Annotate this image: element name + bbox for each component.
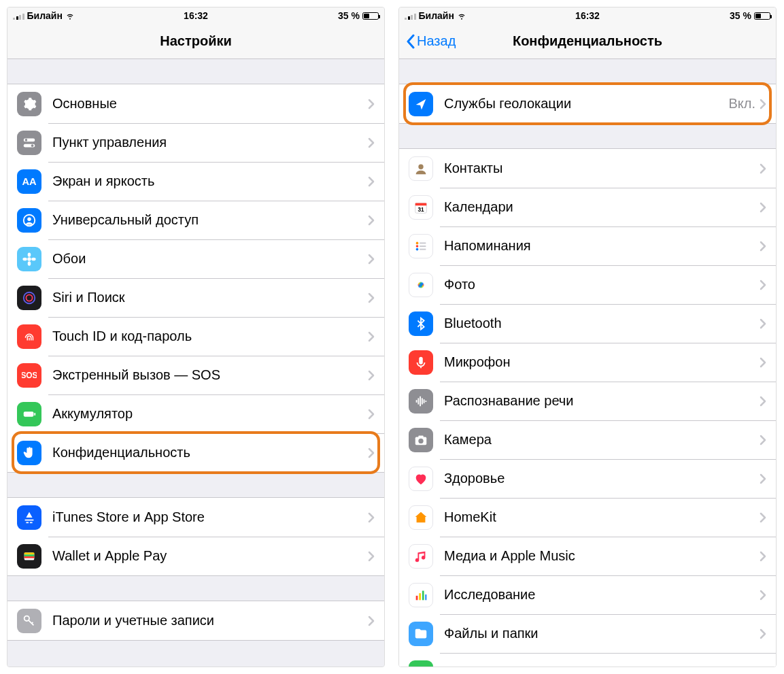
row-battery[interactable]: Аккумулятор [7, 394, 384, 433]
chevron-right-icon [368, 176, 375, 187]
home-icon [409, 505, 433, 530]
chevron-left-icon [406, 34, 415, 49]
row-touchid[interactable]: Touch ID и код-пароль [7, 317, 384, 356]
chevron-right-icon [760, 628, 766, 639]
gear-icon [17, 92, 41, 116]
row-label: Напоминания [444, 238, 760, 254]
row-photos[interactable]: Фото [399, 265, 776, 304]
svg-text:AA: AA [22, 175, 37, 186]
music-icon [409, 544, 433, 569]
row-location[interactable]: Службы геолокацииВкл. [399, 84, 776, 123]
row-calendars[interactable]: 31Календари [399, 188, 776, 226]
back-button[interactable]: Назад [402, 24, 460, 58]
privacy-screen: Билайн 16:32 35 % Назад Конфиденциальнос… [398, 7, 777, 667]
chevron-right-icon [760, 590, 766, 601]
chevron-right-icon [760, 512, 766, 523]
sos-icon: SOS [17, 363, 41, 388]
flower-icon [17, 247, 41, 271]
svg-rect-16 [34, 413, 35, 416]
row-siri[interactable]: Siri и Поиск [7, 278, 384, 317]
nav-bar: Настройки [7, 24, 384, 59]
row-label: Исследование [444, 587, 760, 603]
chevron-right-icon [368, 292, 375, 303]
row-display[interactable]: AAЭкран и яркость [7, 162, 384, 201]
svg-rect-36 [419, 356, 423, 364]
svg-point-3 [31, 144, 34, 147]
svg-point-44 [418, 438, 423, 443]
svg-rect-49 [425, 594, 426, 600]
row-accessibility[interactable]: Универсальный доступ [7, 201, 384, 239]
svg-point-12 [24, 292, 35, 303]
row-label: iTunes Store и App Store [52, 509, 368, 525]
svg-point-13 [26, 294, 32, 301]
row-privacy[interactable]: Конфиденциальность [7, 433, 384, 472]
svg-point-11 [31, 257, 35, 260]
svg-text:31: 31 [417, 206, 424, 212]
row-label: Файлы и папки [444, 626, 760, 641]
row-value: Вкл. [728, 96, 755, 112]
chevron-right-icon [368, 616, 375, 626]
row-label: Пароли и учетные записи [52, 613, 368, 628]
row-label: Обои [52, 251, 368, 267]
row-label: Универсальный доступ [52, 212, 368, 228]
chevron-right-icon [368, 409, 375, 420]
row-label: Контакты [444, 161, 760, 176]
waveform-icon [409, 389, 433, 414]
contacts-icon [409, 156, 433, 181]
chevron-right-icon [760, 473, 766, 484]
row-contacts[interactable]: Контакты [399, 149, 776, 188]
svg-point-26 [416, 241, 419, 244]
row-homekit[interactable]: HomeKit [399, 498, 776, 537]
svg-rect-24 [415, 203, 427, 205]
row-general[interactable]: Основные [7, 84, 384, 123]
row-health[interactable]: Здоровье [399, 459, 776, 498]
row-label: Календари [444, 199, 760, 215]
svg-rect-45 [418, 435, 423, 437]
svg-point-1 [25, 139, 28, 141]
row-microphone[interactable]: Микрофон [399, 343, 776, 382]
row-label: Siri и Поиск [52, 290, 368, 305]
svg-rect-19 [24, 554, 35, 556]
svg-rect-47 [419, 593, 421, 600]
chevron-right-icon [760, 318, 766, 329]
battery-icon [754, 12, 770, 20]
row-label: Фото [444, 277, 760, 292]
row-label: Аккумулятор [52, 406, 368, 422]
row-passwords[interactable]: Пароли и учетные записи [7, 601, 384, 640]
row-files[interactable]: Файлы и папки [399, 614, 776, 653]
row-research[interactable]: Исследование [399, 575, 776, 614]
row-controlcenter[interactable]: Пункт управления [7, 123, 384, 162]
row-label: Экран и яркость [52, 173, 368, 189]
switches-icon [17, 131, 41, 155]
row-label: Движение и фитнес [444, 664, 760, 667]
row-camera[interactable]: Камера [399, 420, 776, 459]
row-label: Здоровье [444, 471, 760, 486]
chevron-right-icon [368, 448, 375, 458]
row-motion[interactable]: Движение и фитнес [399, 653, 776, 667]
row-itunes[interactable]: iTunes Store и App Store [7, 498, 384, 537]
svg-point-9 [28, 261, 31, 265]
hand-icon [17, 441, 41, 465]
chevron-right-icon [368, 370, 375, 381]
chevron-right-icon [368, 331, 375, 342]
row-media[interactable]: Медиа и Apple Music [399, 537, 776, 575]
row-label: Камера [444, 432, 760, 448]
settings-screen: Билайн 16:32 35 % Настройки ОсновныеПунк… [7, 7, 385, 667]
row-sos[interactable]: SOSЭкстренный вызов — SOS [7, 356, 384, 394]
row-speech[interactable]: Распознавание речи [399, 382, 776, 420]
row-wallpaper[interactable]: Обои [7, 239, 384, 278]
row-label: Медиа и Apple Music [444, 548, 760, 564]
chevron-right-icon [368, 99, 375, 109]
row-bluetooth[interactable]: Bluetooth [399, 304, 776, 343]
row-label: Конфиденциальность [52, 445, 368, 460]
bars-icon [409, 583, 433, 607]
row-wallet[interactable]: Wallet и Apple Pay [7, 537, 384, 575]
appstore-icon [17, 505, 41, 530]
arrow-location-icon [409, 92, 433, 116]
text-aa-icon: AA [17, 169, 41, 194]
svg-point-7 [27, 257, 31, 261]
chevron-right-icon [760, 163, 766, 174]
row-reminders[interactable]: Напоминания [399, 226, 776, 265]
status-time: 16:32 [399, 10, 776, 21]
svg-rect-48 [422, 590, 424, 600]
